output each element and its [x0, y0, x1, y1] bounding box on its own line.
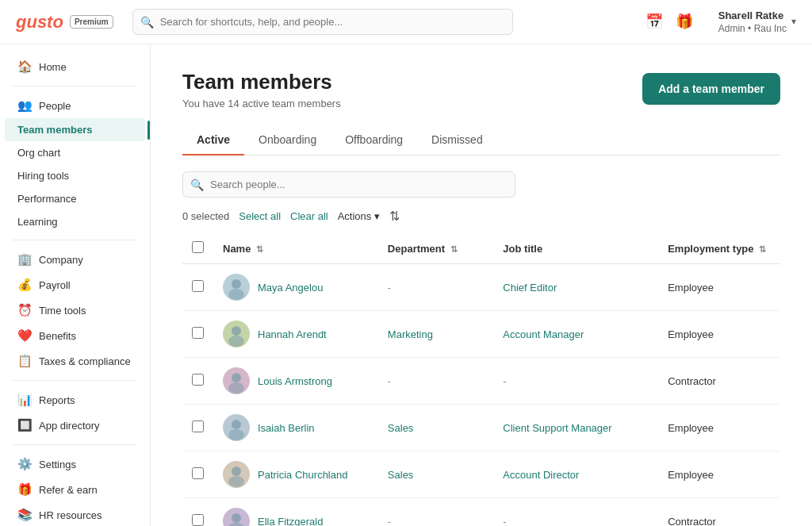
svg-point-0 — [232, 279, 241, 289]
user-role: Admin • Rau Inc — [718, 23, 787, 34]
hiring-tools-label: Hiring tools — [17, 170, 69, 182]
sidebar-item-settings[interactable]: ⚙️ Settings — [5, 451, 145, 477]
job-title-value: - — [503, 375, 506, 387]
svg-point-10 — [232, 513, 241, 523]
department-link[interactable]: Sales — [388, 422, 414, 434]
actions-chevron-icon: ▾ — [374, 210, 380, 222]
member-name-link[interactable]: Patricia Churchland — [258, 469, 347, 481]
member-name-link[interactable]: Maya Angelou — [258, 282, 323, 294]
department-link[interactable]: Sales — [388, 469, 414, 481]
job-title-link[interactable]: Chief Editor — [503, 282, 557, 294]
member-name-link[interactable]: Ella Fitzgerald — [258, 516, 323, 527]
employment-type-cell: Employee — [658, 311, 780, 358]
col-header-department[interactable]: Department ⇅ — [378, 233, 493, 264]
sidebar-item-taxes[interactable]: 📋 Taxes & compliance — [5, 348, 145, 374]
sidebar-item-company[interactable]: 🏢 Company — [5, 247, 145, 272]
sidebar-item-org-chart[interactable]: Org chart — [5, 141, 145, 164]
member-name-link[interactable]: Isaiah Berlin — [258, 422, 315, 434]
user-menu-chevron[interactable]: ▾ — [791, 16, 796, 27]
job-title-link[interactable]: Client Support Manager — [503, 422, 611, 434]
sidebar-item-hiring-tools[interactable]: Hiring tools — [5, 164, 145, 187]
table-row: Patricia Churchland Sales Account Direct… — [182, 451, 780, 498]
sidebar-item-payroll[interactable]: 💰 Payroll — [5, 272, 145, 298]
row-check[interactable] — [182, 358, 213, 405]
svg-point-5 — [228, 382, 244, 394]
sidebar-item-app-directory[interactable]: 🔲 App directory — [5, 413, 145, 438]
row-check[interactable] — [182, 264, 213, 311]
actions-label: Actions — [338, 210, 372, 222]
table-search-input[interactable] — [182, 171, 515, 198]
sidebar-item-reports[interactable]: 📊 Reports — [5, 387, 145, 413]
sidebar-group-people[interactable]: 👥 People — [5, 93, 145, 118]
employment-type-cell: Employee — [658, 264, 780, 311]
svg-point-4 — [232, 373, 241, 382]
avatar — [223, 321, 250, 347]
sidebar-divider-4 — [13, 444, 137, 445]
row-checkbox[interactable] — [192, 280, 204, 292]
actions-button[interactable]: Actions ▾ — [338, 210, 381, 222]
member-name-link[interactable]: Louis Armstrong — [258, 375, 332, 387]
row-checkbox[interactable] — [192, 467, 204, 479]
job-title-link[interactable]: Account Manager — [503, 328, 584, 340]
col-header-name[interactable]: Name ⇅ — [213, 233, 378, 264]
select-all-link[interactable]: Select all — [239, 210, 281, 222]
svg-point-6 — [232, 420, 241, 429]
row-check[interactable] — [182, 451, 213, 498]
table-body: Maya Angelou - Chief Editor Employee Han… — [182, 264, 780, 527]
col-header-employment-type[interactable]: Employment type ⇅ — [658, 233, 780, 264]
sidebar-item-learning[interactable]: Learning — [5, 210, 145, 233]
row-check[interactable] — [182, 498, 213, 527]
member-name-link[interactable]: Hannah Arendt — [258, 328, 327, 340]
svg-point-1 — [228, 289, 244, 300]
job-title-cell: Account Manager — [493, 311, 658, 358]
member-name-cell: Patricia Churchland — [213, 451, 378, 498]
department-link[interactable]: Marketing — [388, 328, 433, 340]
row-check[interactable] — [182, 311, 213, 358]
row-checkbox[interactable] — [192, 327, 204, 339]
select-all-checkbox[interactable] — [192, 241, 204, 253]
job-title-cell: Client Support Manager — [493, 405, 658, 451]
global-search-input[interactable] — [132, 9, 513, 35]
department-cell: Sales — [378, 451, 493, 498]
filter-icon[interactable]: ⇅ — [389, 209, 400, 224]
svg-point-9 — [228, 476, 244, 487]
clear-all-link[interactable]: Clear all — [290, 210, 328, 222]
gift-icon-btn[interactable]: 🎁 — [676, 13, 693, 30]
row-checkbox[interactable] — [192, 420, 204, 432]
app-directory-icon: 🔲 — [17, 418, 33, 432]
page-title: Team members — [182, 70, 341, 94]
member-name-cell: Hannah Arendt — [213, 311, 378, 358]
org-chart-label: Org chart — [17, 147, 60, 159]
row-checkbox[interactable] — [192, 514, 204, 526]
sidebar-item-team-members[interactable]: Team members — [5, 118, 145, 141]
col-header-check — [182, 233, 213, 264]
avatar — [223, 414, 250, 441]
sidebar-item-benefits[interactable]: ❤️ Benefits — [5, 323, 145, 348]
sidebar-item-home[interactable]: 🏠 Home — [5, 54, 145, 79]
selected-count: 0 selected — [182, 210, 229, 222]
logo-area: gusto Premium — [16, 12, 113, 33]
department-value: - — [388, 282, 391, 294]
row-check[interactable] — [182, 405, 213, 451]
emp-sort-icon: ⇅ — [759, 244, 766, 254]
employment-type-cell: Contractor — [658, 498, 780, 527]
job-title-link[interactable]: Account Director — [503, 469, 579, 481]
user-area[interactable]: Sharell Ratke Admin • Rau Inc ▾ — [718, 10, 796, 34]
sidebar-item-hr-resources[interactable]: 📚 HR resources — [5, 502, 145, 526]
sidebar-item-refer-earn[interactable]: 🎁 Refer & earn — [5, 477, 145, 502]
job-title-cell: Chief Editor — [493, 264, 658, 311]
global-search[interactable]: 🔍 — [132, 9, 513, 35]
tab-onboarding[interactable]: Onboarding — [244, 125, 331, 155]
job-title-cell: Account Director — [493, 451, 658, 498]
sidebar-item-performance[interactable]: Performance — [5, 187, 145, 210]
logo: gusto — [16, 12, 63, 33]
tab-offboarding[interactable]: Offboarding — [331, 125, 417, 155]
table-header-row: Name ⇅ Department ⇅ Job title Employment… — [182, 233, 780, 264]
sidebar-item-time-tools[interactable]: ⏰ Time tools — [5, 298, 145, 323]
tab-active[interactable]: Active — [182, 125, 244, 155]
calendar-icon-btn[interactable]: 📅 — [645, 13, 663, 30]
add-team-member-button[interactable]: Add a team member — [642, 73, 780, 105]
table-row: Louis Armstrong - - Contractor — [182, 358, 780, 405]
row-checkbox[interactable] — [192, 374, 204, 386]
tab-dismissed[interactable]: Dismissed — [417, 125, 497, 155]
